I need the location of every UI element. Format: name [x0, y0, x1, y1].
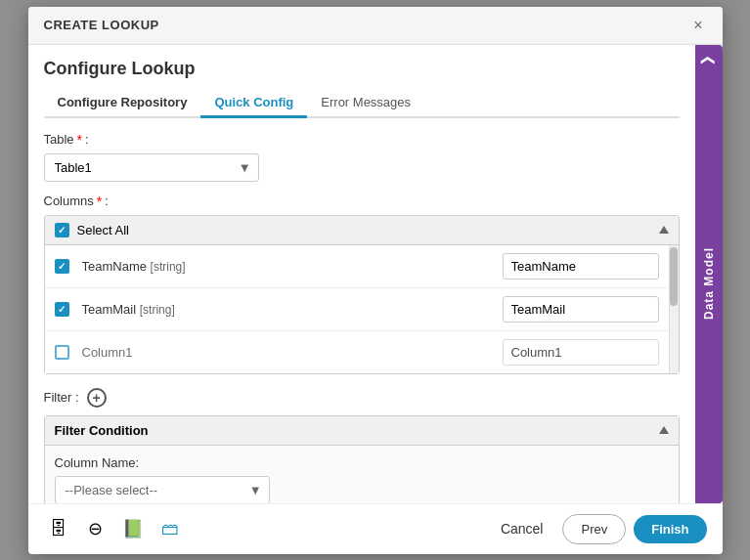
footer-buttons: Cancel Prev Finish [489, 514, 707, 544]
tab-quick-config[interactable]: Quick Config [200, 89, 307, 118]
modal-footer: 🗄 ⊖ 📗 🗃 Cancel Prev Finish [28, 503, 723, 554]
tab-error-messages[interactable]: Error Messages [307, 89, 424, 118]
modal-header: CREATE LOOKUP × [28, 7, 723, 45]
teamname-input[interactable] [503, 253, 659, 280]
minus-circle-icon[interactable]: ⊖ [81, 514, 110, 543]
filter-collapse-icon[interactable] [659, 426, 669, 434]
column1-input-wrapper [503, 339, 659, 366]
prev-button[interactable]: Prev [562, 514, 626, 544]
teammail-col-name: TeamMail [string] [74, 302, 503, 317]
add-filter-button[interactable]: + [87, 388, 107, 408]
column1-input[interactable] [503, 339, 659, 366]
side-panel-arrow-icon: ❮ [701, 55, 717, 66]
columns-collapse-icon[interactable] [659, 226, 669, 234]
filter-condition-header: Filter Condition [45, 416, 679, 446]
filter-section: Filter : + Filter Condition Column Name: [44, 388, 680, 503]
select-all-checkbox[interactable]: ✓ [55, 223, 69, 237]
column1-checkbox[interactable] [55, 345, 69, 360]
cancel-button[interactable]: Cancel [489, 515, 555, 542]
teamname-input-wrapper [503, 253, 659, 280]
filter-condition-body: Column Name: --Please select-- ▼ [45, 446, 679, 503]
database-icon[interactable]: 🗄 [44, 514, 73, 543]
columns-field-label: Columns * : [44, 194, 680, 209]
modal: CREATE LOOKUP × Configure Lookup Configu… [28, 7, 723, 554]
columns-required: * [97, 194, 102, 209]
select-all-label: Select All [77, 223, 129, 237]
columns-scrollbar[interactable] [669, 245, 679, 373]
teamname-checkbox[interactable]: ✓ [55, 259, 69, 274]
close-button[interactable]: × [689, 17, 706, 34]
excel-icon[interactable]: 📗 [118, 514, 148, 543]
table-row: ✓ TeamMail [string] [45, 288, 669, 331]
column-name-select-wrapper: --Please select-- ▼ [55, 476, 270, 503]
tab-configure-repository[interactable]: Configure Repository [44, 89, 201, 118]
teammail-input[interactable] [503, 296, 659, 323]
table-required: * [77, 132, 82, 148]
table-field-label: Table * : [44, 132, 680, 148]
filter-box: Filter Condition Column Name: --Please s… [44, 415, 680, 503]
table-row: Column1 [45, 331, 669, 373]
side-panel[interactable]: ❮ Data Model [695, 45, 723, 503]
main-content: Configure Lookup Configure Repository Qu… [28, 45, 695, 503]
column-name-select[interactable]: --Please select-- [55, 476, 270, 503]
teamname-col-name: TeamName [string] [74, 259, 503, 274]
columns-scrollbar-thumb [670, 247, 678, 306]
modal-body: Configure Lookup Configure Repository Qu… [28, 45, 723, 503]
modal-overlay: CREATE LOOKUP × Configure Lookup Configu… [0, 0, 750, 560]
tabs-bar: Configure Repository Quick Config Error … [44, 89, 680, 118]
column-name-label: Column Name: [55, 455, 669, 470]
table-select[interactable]: Table1 Table2 Table3 [44, 153, 259, 182]
footer-icons: 🗄 ⊖ 📗 🗃 [44, 514, 185, 543]
filter-label: Filter : + [44, 388, 680, 408]
columns-box: ✓ Select All [44, 215, 680, 374]
column1-col-name: Column1 [74, 345, 503, 360]
filter-condition-title: Filter Condition [55, 423, 149, 438]
columns-rows-container: ✓ TeamName [string] [45, 245, 679, 373]
table-row: ✓ TeamName [string] [45, 245, 669, 288]
side-panel-label: Data Model [702, 247, 716, 320]
page-title: Configure Lookup [44, 59, 680, 79]
teammail-input-wrapper [503, 296, 659, 323]
settings-db-icon[interactable]: 🗃 [155, 514, 185, 543]
finish-button[interactable]: Finish [634, 515, 706, 543]
teammail-checkbox[interactable]: ✓ [55, 302, 69, 317]
table-select-wrapper: Table1 Table2 Table3 ▼ [44, 153, 259, 182]
modal-title: CREATE LOOKUP [44, 18, 159, 32]
columns-select-all-header: ✓ Select All [45, 216, 679, 245]
